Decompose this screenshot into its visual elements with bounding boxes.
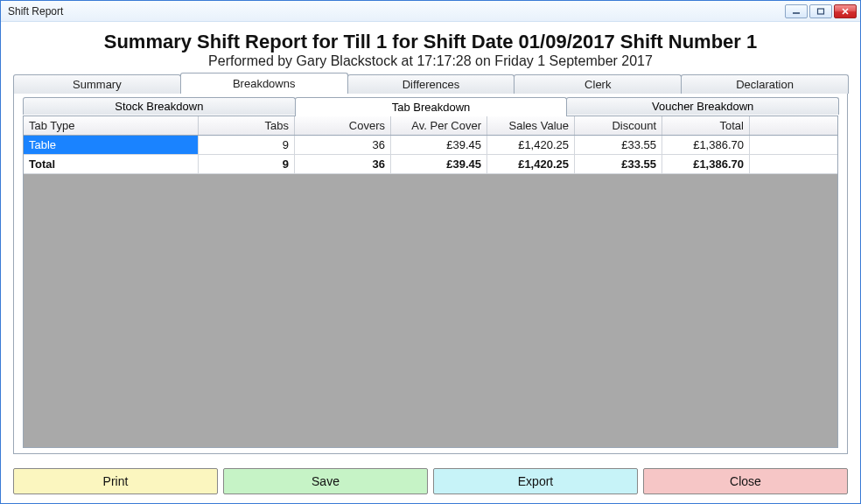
subtab-tab-breakdown[interactable]: Tab Breakdown [295,97,568,116]
sub-tabstrip: Stock Breakdown Tab Breakdown Voucher Br… [18,97,844,116]
total-total: £1,386.70 [662,155,750,173]
col-avg-per-cover[interactable]: Av. Per Cover [391,116,487,135]
minimize-icon [792,8,801,15]
main-tabstrip: Summary Breakdowns Differences Clerk Dec… [13,73,848,94]
grid-header: Tab Type Tabs Covers Av. Per Cover Sales… [24,116,837,136]
svg-rect-1 [818,9,824,14]
cell-covers: 36 [295,136,391,154]
window-controls [785,4,857,18]
tab-breakdowns[interactable]: Breakdowns [180,73,348,94]
col-tabs[interactable]: Tabs [199,116,295,135]
report-subtitle: Performed by Gary Blackstock at 17:17:28… [13,53,848,69]
total-sales: £1,420.25 [487,155,575,173]
print-button[interactable]: Print [13,468,218,494]
maximize-icon [816,8,825,15]
cell-discount: £33.55 [575,136,662,154]
maximize-button[interactable] [809,4,832,18]
col-discount[interactable]: Discount [575,116,662,135]
total-covers: 36 [295,155,391,173]
col-tab-type[interactable]: Tab Type [24,116,199,135]
cell-tab-type: Table [24,136,199,154]
footer-buttons: Print Save Export Close [1,463,860,503]
breakdown-grid: Tab Type Tabs Covers Av. Per Cover Sales… [24,116,837,174]
export-button[interactable]: Export [433,468,638,494]
col-total[interactable]: Total [662,116,750,135]
content-area: Summary Shift Report for Till 1 for Shif… [1,22,860,463]
cell-total: £1,386.70 [662,136,750,154]
tab-declaration[interactable]: Declaration [681,74,849,94]
total-label: Total [24,155,199,173]
close-window-button[interactable] [834,4,857,18]
subtab-voucher-breakdown[interactable]: Voucher Breakdown [566,97,839,115]
close-button[interactable]: Close [643,468,848,494]
minimize-button[interactable] [785,4,808,18]
cell-sales: £1,420.25 [487,136,575,154]
total-tabs: 9 [199,155,295,173]
grid-body: Table 9 36 £39.45 £1,420.25 £33.55 £1,38… [24,136,837,174]
subpanel-tab-breakdown: Tab Type Tabs Covers Av. Per Cover Sales… [23,116,838,448]
cell-tabs: 9 [199,136,295,154]
save-button[interactable]: Save [223,468,428,494]
cell-avg: £39.45 [391,136,487,154]
window-frame: Shift Report Summary Shift Report for Ti… [0,0,861,504]
total-discount: £33.55 [575,155,662,173]
col-sales-value[interactable]: Sales Value [487,116,575,135]
tab-differences[interactable]: Differences [347,74,515,94]
close-icon [841,8,850,15]
report-title: Summary Shift Report for Till 1 for Shif… [13,31,848,53]
col-covers[interactable]: Covers [295,116,391,135]
tab-summary[interactable]: Summary [13,74,181,94]
total-avg: £39.45 [391,155,487,173]
table-total-row: Total 9 36 £39.45 £1,420.25 £33.55 £1,38… [24,155,837,174]
tabpanel-breakdowns: Stock Breakdown Tab Breakdown Voucher Br… [13,93,848,454]
subtab-stock-breakdown[interactable]: Stock Breakdown [23,97,296,115]
table-row[interactable]: Table 9 36 £39.45 £1,420.25 £33.55 £1,38… [24,136,837,155]
tab-clerk[interactable]: Clerk [514,74,682,94]
titlebar: Shift Report [1,1,860,22]
window-title: Shift Report [8,5,785,18]
